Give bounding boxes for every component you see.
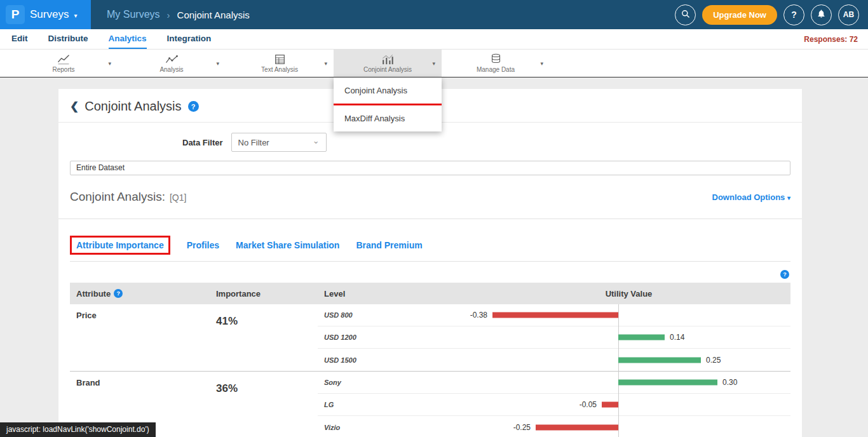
- chevron-down-icon: ▾: [787, 194, 790, 201]
- table-help-icon[interactable]: ?: [780, 270, 789, 279]
- level-row-sony: Sony0.30: [318, 372, 790, 394]
- data-filter-select[interactable]: No Filter ⌄: [231, 133, 327, 152]
- utility-value-label: 0.25: [706, 356, 721, 365]
- nav-tab-analytics[interactable]: Analytics: [109, 29, 147, 49]
- topbar: P Surveys ▾ My Surveys › Conjoint Analys…: [0, 0, 868, 29]
- conjoint-chart-icon: [381, 53, 395, 65]
- data-filter-label: Data Filter: [182, 138, 223, 147]
- chevron-down-icon[interactable]: ▾: [540, 60, 543, 67]
- level-row-usd-1200: USD 12000.14: [318, 326, 790, 349]
- levels: USD 800-0.38USD 12000.14USD 15000.25: [318, 304, 790, 371]
- section-title: Conjoint Analysis:[Q1]: [70, 190, 186, 204]
- utility-bar-cell: -0.25: [467, 416, 790, 437]
- breadcrumb-my-surveys[interactable]: My Surveys: [107, 9, 160, 20]
- help-button[interactable]: ?: [783, 4, 804, 25]
- chevron-down-icon[interactable]: ▾: [74, 12, 77, 19]
- database-icon: [490, 53, 502, 65]
- search-button[interactable]: [675, 4, 696, 25]
- utility-value-label: -0.25: [513, 423, 531, 432]
- report-tabs: Attribute ImportanceProfilesMarket Share…: [70, 236, 790, 262]
- question-icon: ?: [791, 10, 797, 20]
- col-header-level: Level: [318, 289, 467, 299]
- download-options-label: Download Options: [712, 192, 785, 202]
- utility-value-label: 0.14: [670, 333, 684, 342]
- utility-value-label: -0.05: [580, 400, 597, 409]
- brand-section[interactable]: P Surveys ▾: [0, 0, 91, 29]
- toolbar-item-reports[interactable]: Reports▾: [10, 50, 118, 77]
- toolbar-item-analysis[interactable]: Analysis▾: [118, 50, 226, 77]
- chevron-down-icon[interactable]: ▾: [324, 60, 327, 67]
- section-title-text: Conjoint Analysis:: [70, 190, 165, 203]
- data-filter-value: No Filter: [238, 138, 269, 147]
- tab-market-share-simulation[interactable]: Market Share Simulation: [236, 240, 339, 250]
- back-chevron-icon[interactable]: ❮: [70, 100, 79, 113]
- toolbar: Reports▾Analysis▾Text Analysis▾Conjoint …: [0, 50, 868, 77]
- utility-value-label: 0.30: [722, 378, 737, 387]
- breadcrumb-current: Conjoint Analysis: [177, 10, 250, 20]
- dropdown-item-maxdiff-analysis[interactable]: MaxDiff Analysis: [334, 105, 442, 131]
- main-area: ❮ Conjoint Analysis ? Data Filter No Fil…: [0, 89, 868, 437]
- nav-tabs: EditDistributeAnalyticsIntegration: [11, 29, 211, 49]
- analysis-chart-icon: [165, 53, 179, 65]
- topbar-actions: Upgrade Now ? AB: [675, 4, 868, 25]
- avatar[interactable]: AB: [838, 4, 859, 25]
- notifications-button[interactable]: [811, 4, 832, 25]
- utility-bar: [536, 424, 618, 430]
- utility-bar: [618, 357, 701, 363]
- tab-attribute-importance[interactable]: Attribute Importance: [70, 236, 170, 255]
- importance-value: 36%: [210, 372, 318, 437]
- level-label: USD 1200: [318, 333, 467, 341]
- level-row-usd-800: USD 800-0.38: [318, 304, 790, 326]
- col-header-utility: Utility Value: [467, 289, 790, 299]
- col-header-importance: Importance: [210, 289, 318, 299]
- status-link-tooltip: javascript: loadNavLink('showConjoint.do…: [0, 422, 156, 437]
- breadcrumb-separator-icon: ›: [167, 10, 170, 20]
- bell-icon: [817, 9, 826, 20]
- utility-bar: [602, 402, 618, 408]
- page-help-icon[interactable]: ?: [188, 101, 199, 112]
- tab-profiles[interactable]: Profiles: [187, 240, 219, 250]
- toolbar-item-label: Conjoint Analysis: [363, 66, 412, 73]
- nav-tab-integration[interactable]: Integration: [167, 29, 212, 49]
- chevron-down-icon[interactable]: ▾: [108, 60, 111, 67]
- toolbar-item-text-analysis[interactable]: Text Analysis▾: [226, 50, 334, 77]
- utility-table: Attribute ? Importance Level Utility Val…: [70, 283, 790, 437]
- level-row-usd-1500: USD 15000.25: [318, 349, 790, 371]
- text-analysis-icon: [274, 53, 286, 65]
- chevron-down-icon[interactable]: ▾: [432, 60, 435, 67]
- toolbar-item-manage-data[interactable]: Manage Data▾: [442, 50, 550, 77]
- tab-brand-premium[interactable]: Brand Premium: [356, 240, 422, 250]
- level-label: LG: [318, 401, 467, 408]
- utility-table-body: Price41%USD 800-0.38USD 12000.14USD 1500…: [70, 304, 790, 437]
- utility-bar-cell: 0.14: [467, 326, 790, 348]
- attribute-help-icon[interactable]: ?: [114, 289, 123, 298]
- upgrade-button[interactable]: Upgrade Now: [702, 5, 777, 25]
- toolbar-item-label: Analysis: [159, 66, 183, 73]
- nav-tab-distribute[interactable]: Distribute: [48, 29, 88, 49]
- conjoint-dropdown-menu: Conjoint AnalysisMaxDiff Analysis: [334, 77, 442, 131]
- utility-table-header: Attribute ? Importance Level Utility Val…: [70, 283, 790, 304]
- utility-bar: [492, 313, 618, 318]
- toolbar-item-label: Manage Data: [477, 66, 515, 73]
- product-switcher-label[interactable]: Surveys: [30, 8, 69, 21]
- data-filter-row: Data Filter No Filter ⌄: [182, 133, 802, 152]
- level-row-lg: LG-0.05: [318, 394, 790, 416]
- dropdown-item-conjoint-analysis[interactable]: Conjoint Analysis: [334, 77, 442, 104]
- level-label: USD 800: [318, 311, 467, 319]
- level-label: Vizio: [318, 424, 467, 431]
- questionpro-logo[interactable]: P: [6, 5, 25, 24]
- utility-bar: [618, 335, 665, 340]
- content-card: ❮ Conjoint Analysis ? Data Filter No Fil…: [58, 89, 802, 437]
- download-options-link[interactable]: Download Options ▾: [712, 192, 790, 202]
- breadcrumb: My Surveys › Conjoint Analysis: [107, 9, 250, 20]
- dataset-field[interactable]: Entire Dataset: [70, 161, 790, 175]
- chevron-down-icon[interactable]: ▾: [216, 60, 219, 67]
- nav-tab-edit[interactable]: Edit: [11, 29, 28, 49]
- level-label: USD 1500: [318, 356, 467, 364]
- chevron-down-icon: ⌄: [313, 136, 320, 145]
- level-row-vizio: Vizio-0.25: [318, 416, 790, 437]
- question-reference: [Q1]: [170, 192, 186, 203]
- toolbar-item-conjoint-analysis[interactable]: Conjoint Analysis▾: [334, 50, 442, 77]
- page-title: Conjoint Analysis: [85, 99, 181, 114]
- section-header-row: Conjoint Analysis:[Q1] Download Options …: [70, 190, 790, 204]
